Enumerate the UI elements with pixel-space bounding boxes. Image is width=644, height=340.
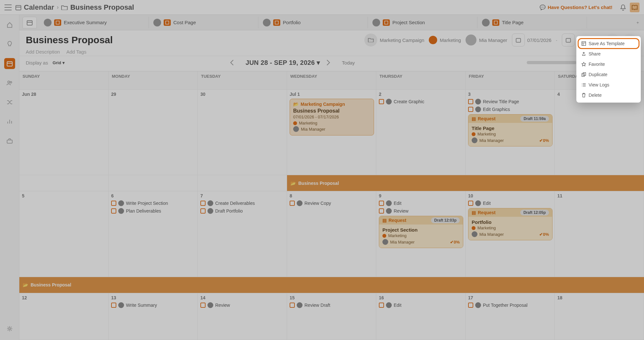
event-card[interactable]: 📂Marketing CampaignBusiness Proposal07/0… xyxy=(290,99,374,135)
request-card[interactable]: ▤RequestDraft 11:59aTitle PageMarketingM… xyxy=(468,114,553,146)
checkbox-icon[interactable] xyxy=(111,201,116,206)
tag-chip[interactable]: Marketing xyxy=(429,36,461,44)
add-tab-button[interactable]: ＋ xyxy=(631,20,644,25)
breadcrumb-folder[interactable]: Business Proposal xyxy=(70,3,134,12)
file-tab[interactable]: Portfolio xyxy=(258,17,368,28)
bell-icon[interactable] xyxy=(620,4,626,11)
favorite-item[interactable]: Favorite xyxy=(578,59,639,69)
calendar-cell[interactable]: Jul 1📂Marketing CampaignBusiness Proposa… xyxy=(287,90,376,175)
list-icon xyxy=(582,83,586,87)
calendar-cell[interactable]: 13Write Summary xyxy=(109,293,198,340)
checkbox-icon[interactable] xyxy=(200,201,206,206)
span-bar[interactable]: 📂Business Proposal xyxy=(19,277,644,293)
calendar-cell[interactable]: 11 xyxy=(555,191,644,277)
file-tab[interactable]: Project Section xyxy=(368,17,477,28)
checkbox-icon[interactable] xyxy=(200,303,206,308)
calendar-cell[interactable]: 3Review Title PageEdit Graphics▤RequestD… xyxy=(466,90,555,175)
task-row[interactable]: Review xyxy=(379,208,463,214)
task-row[interactable]: Create Graphic xyxy=(379,99,463,105)
checkbox-icon[interactable] xyxy=(468,99,473,104)
calendar-cell[interactable]: 6Write Project SectionPlan Deliverables xyxy=(109,191,198,277)
calendar-cell[interactable]: 18 xyxy=(555,293,644,340)
view-mode-toggle[interactable]: Grid ▾ xyxy=(53,60,64,65)
today-button[interactable]: Today xyxy=(342,60,355,65)
assignee-chip[interactable]: Mia Manager xyxy=(466,35,507,45)
people-icon[interactable] xyxy=(4,77,15,88)
avatar-icon xyxy=(472,137,477,143)
delete-item[interactable]: Delete xyxy=(578,90,639,100)
calendar-cell[interactable]: 30 xyxy=(198,90,287,175)
shuffle-icon[interactable] xyxy=(4,97,15,108)
save-as-template-item[interactable]: Save As Template xyxy=(578,39,639,48)
gear-icon[interactable] xyxy=(4,323,15,334)
task-row[interactable]: Review Title Page xyxy=(468,99,553,105)
calendar-cell[interactable]: 16Edit xyxy=(376,293,466,340)
prev-range-button[interactable] xyxy=(230,60,239,65)
checkbox-icon[interactable] xyxy=(200,208,206,214)
checkbox-icon[interactable] xyxy=(111,303,116,308)
date-start-chip[interactable]: 07/01/2026 xyxy=(512,34,552,46)
checkbox-icon[interactable] xyxy=(379,303,384,308)
task-row[interactable]: Write Summary xyxy=(111,302,196,308)
checkbox-icon[interactable] xyxy=(468,107,473,112)
calendar-cell[interactable]: 12 xyxy=(19,293,109,340)
duplicate-item[interactable]: Duplicate xyxy=(578,70,639,79)
calendar-cell[interactable]: 14Review xyxy=(198,293,287,340)
task-row[interactable]: Edit xyxy=(468,200,553,206)
calendar-cell[interactable]: 9EditReview▤RequestDraft 12:03pProject S… xyxy=(376,191,466,277)
checkbox-icon[interactable] xyxy=(468,303,473,308)
calendar-cell[interactable]: Jun 28 xyxy=(19,90,109,175)
add-tags-link[interactable]: Add Tags xyxy=(66,49,86,55)
calendar-cell[interactable]: 17Put Together Proposal xyxy=(466,293,555,340)
calendar-cell[interactable]: 8Review Copy xyxy=(287,191,376,277)
date-range-label[interactable]: JUN 28 - SEP 19, 2026 ▾ xyxy=(245,59,320,66)
chat-link[interactable]: 💬 Have Questions? Let's chat! xyxy=(540,5,612,10)
lightbulb-icon[interactable] xyxy=(4,39,15,50)
checkbox-icon[interactable] xyxy=(468,201,473,206)
folder-chip[interactable]: Marketing Campaign xyxy=(364,34,424,46)
checkbox-icon[interactable] xyxy=(379,208,384,214)
task-row[interactable]: Review Draft xyxy=(290,302,374,308)
task-row[interactable]: Review xyxy=(200,302,285,308)
task-row[interactable]: Write Project Section xyxy=(111,200,196,206)
chart-icon[interactable] xyxy=(4,116,15,127)
calendar-cell[interactable]: 15Review Draft xyxy=(287,293,376,340)
task-row[interactable]: Put Together Proposal xyxy=(468,302,553,308)
hamburger-icon[interactable] xyxy=(5,5,12,10)
file-tab[interactable]: Cost Page xyxy=(149,17,258,28)
checkbox-icon[interactable] xyxy=(111,208,116,214)
task-row[interactable]: Edit xyxy=(379,302,463,308)
task-row[interactable]: Create Deliverables xyxy=(200,200,285,206)
calendar-rail-icon[interactable] xyxy=(4,58,15,69)
calendar-cell[interactable]: 2Create Graphic xyxy=(376,90,466,175)
add-description-link[interactable]: Add Description xyxy=(26,49,60,55)
checkbox-icon[interactable] xyxy=(379,99,384,104)
span-bar[interactable]: 📂Business Proposal xyxy=(19,175,644,191)
calendar-view-tab[interactable] xyxy=(23,17,37,28)
task-row[interactable]: Plan Deliverables xyxy=(111,208,196,214)
calendar-cell[interactable]: 7Create DeliverablesDraft Portfolio xyxy=(198,191,287,277)
calendar-cell[interactable]: 10Edit▤RequestDraft 12:05pPortfolioMarke… xyxy=(466,191,555,277)
share-label: Share xyxy=(589,51,601,56)
share-item[interactable]: Share xyxy=(578,49,639,59)
file-tab[interactable]: Title Page xyxy=(477,17,587,28)
home-icon[interactable] xyxy=(4,19,15,30)
checkbox-icon[interactable] xyxy=(379,201,384,206)
calendar-cell[interactable]: 29 xyxy=(109,90,198,175)
checkbox-icon[interactable] xyxy=(290,303,295,308)
calendar-cell[interactable]: 5 xyxy=(19,191,109,277)
task-row[interactable]: Draft Portfolio xyxy=(200,208,285,214)
tag-dot-icon xyxy=(472,226,476,230)
task-row[interactable]: Edit Graphics xyxy=(468,106,553,112)
next-range-button[interactable] xyxy=(326,60,335,65)
checkbox-icon[interactable] xyxy=(290,201,295,206)
briefcase-icon[interactable] xyxy=(4,135,15,146)
request-card[interactable]: ▤RequestDraft 12:05pPortfolioMarketingMi… xyxy=(468,208,553,240)
book-icon[interactable] xyxy=(630,3,639,12)
file-tab[interactable]: Executive Summary xyxy=(39,17,149,28)
task-row[interactable]: Review Copy xyxy=(290,200,374,206)
request-card[interactable]: ▤RequestDraft 12:03pProject SectionMarke… xyxy=(379,216,463,248)
breadcrumb-calendar[interactable]: Calendar xyxy=(24,3,54,12)
view-logs-item[interactable]: View Logs xyxy=(578,80,639,90)
task-row[interactable]: Edit xyxy=(379,200,463,206)
